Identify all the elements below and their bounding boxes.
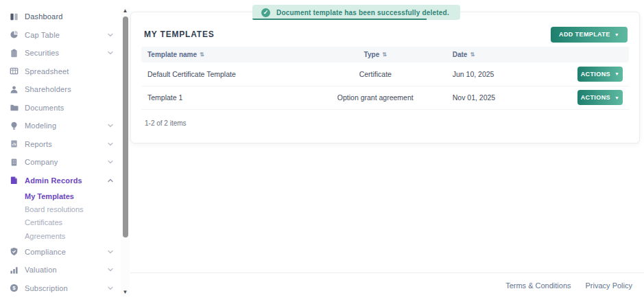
sidebar-item-dashboard[interactable]: Dashboard bbox=[0, 8, 121, 26]
sidebar-scrollbar[interactable]: ▲ ▼ bbox=[121, 7, 130, 297]
sidebar: Dashboard Cap Table Securities Spreadshe… bbox=[0, 0, 121, 302]
template-type-cell: Certificate bbox=[312, 70, 439, 78]
sidebar-item-subscription[interactable]: Subscription bbox=[0, 279, 121, 298]
spreadsheet-icon bbox=[10, 67, 19, 76]
sidebar-item-label: Dashboard bbox=[25, 12, 117, 21]
template-name-cell: Default Certificate Template bbox=[141, 70, 312, 78]
sidebar-item-spreadsheet[interactable]: Spreadsheet bbox=[0, 62, 121, 81]
sort-icon[interactable]: ⇅ bbox=[200, 51, 204, 58]
folder-icon bbox=[10, 103, 19, 112]
add-template-button[interactable]: ADD TEMPLATE ▼ bbox=[551, 27, 628, 43]
sidebar-subitem-label: Board resolutions bbox=[25, 205, 84, 213]
chevron-down-icon bbox=[107, 266, 114, 273]
template-name-cell: Template 1 bbox=[141, 93, 312, 102]
toast-success: ✓ Document template has been successfull… bbox=[252, 5, 460, 20]
chevron-down-icon bbox=[107, 248, 114, 255]
pagination-status: 1-2 of 2 items bbox=[141, 110, 629, 127]
template-type-cell: Option grant agreement bbox=[312, 93, 439, 102]
sidebar-item-label: Securities bbox=[25, 49, 107, 57]
check-circle-icon: ✓ bbox=[261, 8, 270, 17]
sidebar-item-securities[interactable]: Securities bbox=[0, 44, 121, 62]
person-icon bbox=[10, 85, 19, 94]
sidebar-item-company[interactable]: Company bbox=[0, 153, 121, 172]
sidebar-item-label: Documents bbox=[25, 104, 117, 112]
sidebar-item-label: Shareholders bbox=[25, 85, 117, 93]
chevron-down-icon: ▼ bbox=[615, 32, 619, 37]
toast-progress-bar bbox=[252, 19, 427, 20]
chevron-down-icon bbox=[107, 159, 114, 165]
app-window: Dashboard Cap Table Securities Spreadshe… bbox=[0, 0, 644, 302]
actions-label: ACTIONS bbox=[581, 94, 610, 101]
page-title: MY TEMPLATES bbox=[144, 30, 215, 39]
scrollbar-down-arrow-icon[interactable]: ▼ bbox=[121, 288, 130, 297]
sidebar-item-label: Reports bbox=[25, 140, 107, 148]
building-icon bbox=[10, 158, 19, 167]
dollar-circle-icon bbox=[10, 283, 19, 292]
sidebar-subitem-my-templates[interactable]: My Templates bbox=[0, 189, 121, 202]
bar-chart-icon bbox=[10, 266, 19, 275]
sidebar-subitem-certificates[interactable]: Certificates bbox=[0, 216, 121, 229]
chevron-down-icon bbox=[107, 285, 114, 292]
chevron-down-icon: ▼ bbox=[615, 95, 619, 100]
sidebar-item-label: Subscription bbox=[25, 284, 107, 292]
column-header-date[interactable]: Date ⇅ bbox=[439, 51, 546, 58]
sidebar-item-reports[interactable]: Reports bbox=[0, 135, 121, 154]
table-row: Default Certificate Template Certificate… bbox=[141, 62, 629, 86]
chevron-down-icon bbox=[107, 141, 114, 148]
dashboard-icon bbox=[10, 12, 19, 21]
sidebar-item-cap-table[interactable]: Cap Table bbox=[0, 26, 121, 45]
sidebar-item-label: Modeling bbox=[25, 121, 107, 130]
chevron-down-icon bbox=[107, 122, 114, 129]
clipboard-icon bbox=[10, 49, 19, 58]
privacy-link[interactable]: Privacy Policy bbox=[586, 281, 632, 290]
scrollbar-thumb[interactable] bbox=[123, 16, 128, 237]
sidebar-subitem-label: Certificates bbox=[25, 218, 62, 226]
report-icon bbox=[10, 139, 19, 148]
template-date-cell: Jun 10, 2025 bbox=[439, 70, 546, 78]
footer-divider bbox=[130, 272, 644, 273]
sidebar-item-documents[interactable]: Documents bbox=[0, 99, 121, 117]
sidebar-item-shareholders[interactable]: Shareholders bbox=[0, 80, 121, 99]
sidebar-subitem-board-resolutions[interactable]: Board resolutions bbox=[0, 202, 121, 216]
sort-icon[interactable]: ⇅ bbox=[470, 51, 475, 58]
sidebar-item-label: Company bbox=[25, 158, 107, 166]
column-header-type[interactable]: Type ⇅ bbox=[312, 51, 439, 58]
sort-icon[interactable]: ⇅ bbox=[382, 51, 387, 58]
chevron-up-icon bbox=[107, 177, 114, 184]
actions-button[interactable]: ACTIONS ▼ bbox=[577, 67, 623, 82]
sidebar-item-label: Valuation bbox=[25, 266, 107, 274]
shield-check-icon bbox=[10, 247, 19, 256]
terms-link[interactable]: Terms & Conditions bbox=[505, 281, 571, 290]
chevron-down-icon: ▼ bbox=[615, 71, 619, 76]
sidebar-item-label: Cap Table bbox=[25, 31, 107, 39]
table-header-row: Template name ⇅ Type ⇅ Date ⇅ bbox=[141, 47, 629, 62]
scrollbar-up-arrow-icon[interactable]: ▲ bbox=[121, 7, 130, 15]
lightbulb-icon bbox=[10, 121, 19, 130]
sidebar-item-admin-records[interactable]: Admin Records bbox=[0, 172, 121, 190]
templates-table: Template name ⇅ Type ⇅ Date ⇅ Default Ce… bbox=[131, 47, 639, 127]
document-pen-icon bbox=[10, 176, 19, 185]
add-template-label: ADD TEMPLATE bbox=[559, 31, 610, 38]
footer: Terms & Conditions Privacy Policy bbox=[505, 281, 632, 290]
actions-label: ACTIONS bbox=[581, 71, 610, 78]
sidebar-item-label: Spreadsheet bbox=[25, 67, 117, 76]
toast-message: Document template has been successfully … bbox=[276, 9, 449, 16]
sidebar-subitem-agreements[interactable]: Agreements bbox=[0, 229, 121, 242]
pie-chart-icon bbox=[10, 30, 19, 39]
template-date-cell: Nov 01, 2025 bbox=[439, 93, 546, 102]
sidebar-subitem-label: My Templates bbox=[25, 192, 74, 200]
sidebar-item-modeling[interactable]: Modeling bbox=[0, 117, 121, 135]
chevron-down-icon bbox=[107, 32, 114, 38]
chevron-down-icon bbox=[107, 49, 114, 56]
sidebar-item-label: Compliance bbox=[25, 248, 107, 256]
table-row: Template 1 Option grant agreement Nov 01… bbox=[141, 86, 629, 111]
column-header-template-name[interactable]: Template name ⇅ bbox=[141, 51, 312, 58]
sidebar-item-label: Admin Records bbox=[25, 176, 107, 185]
sidebar-item-compliance[interactable]: Compliance bbox=[0, 243, 121, 262]
my-templates-card: MY TEMPLATES ADD TEMPLATE ▼ Template nam… bbox=[130, 12, 640, 143]
sidebar-subitem-label: Agreements bbox=[25, 232, 65, 240]
sidebar-item-valuation[interactable]: Valuation bbox=[0, 261, 121, 279]
actions-button[interactable]: ACTIONS ▼ bbox=[577, 90, 623, 105]
